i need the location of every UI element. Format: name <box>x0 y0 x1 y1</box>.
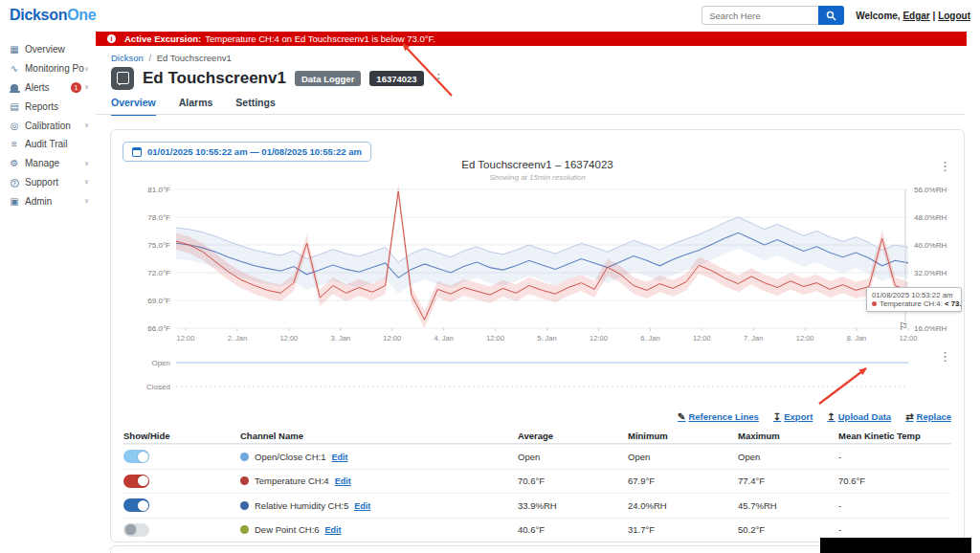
average-value: 70.6°F <box>518 476 628 486</box>
channel-color-dot <box>240 453 249 461</box>
chevron-down-icon <box>84 178 89 186</box>
logo-text-primary: Dickson <box>10 7 67 23</box>
tab-overview[interactable]: Overview <box>111 97 156 116</box>
y-axis-left-label: 72.0°F <box>147 269 170 277</box>
device-menu-button[interactable] <box>433 74 445 83</box>
action-label: Reference Lines <box>688 411 758 422</box>
table-row: Temperature CH:4Edit70.6°F67.9°F77.4°F70… <box>123 469 951 494</box>
breadcrumb-current: Ed Touchscreenv1 <box>157 53 232 63</box>
channels-table: Show/HideChannel NameAverageMinimumMaxim… <box>123 428 951 542</box>
action-label: Replace <box>917 411 951 422</box>
x-axis-label: 5. Jan <box>537 334 556 343</box>
channel-name: Relative Humidity CH:5 <box>255 500 348 511</box>
y-axis-left-label: 78.0°F <box>147 213 170 222</box>
column-header: Channel Name <box>240 431 518 441</box>
reference-lines-link[interactable]: ✎Reference Lines <box>678 411 759 422</box>
temperature-series-dot <box>872 301 877 306</box>
y-axis-right-label: 32.0%RH <box>914 269 947 277</box>
tooltip-series: Temperature CH:4: <box>880 299 943 308</box>
sidebar-item-label: Manage <box>25 158 84 168</box>
grid-icon: ▦ <box>8 44 21 55</box>
sidebar-item-label: Reports <box>25 101 89 112</box>
active-excursion-banner[interactable]: Active Excursion: Temperature CH:4 on Ed… <box>96 32 967 46</box>
chart-title: Ed Touchscreenv1 – 16374023 <box>111 159 964 170</box>
sidebar-item-support[interactable]: ?Support <box>0 173 96 192</box>
sidebar-item-label: Alerts <box>25 82 71 93</box>
replace-link[interactable]: ⇄Replace <box>905 411 951 422</box>
x-axis-label: 12:00 <box>796 334 814 343</box>
search-button[interactable] <box>818 6 844 25</box>
sidebar-item-alerts[interactable]: Alerts1 <box>0 78 96 98</box>
show-hide-toggle[interactable] <box>123 475 149 488</box>
breadcrumb-root-link[interactable]: Dickson <box>111 53 144 63</box>
question-icon: ? <box>8 177 21 188</box>
sidebar-item-audit-trail[interactable]: ≡Audit Trail <box>0 135 96 154</box>
closed-label: Closed <box>146 383 170 391</box>
sidebar-item-reports[interactable]: ▤Reports <box>0 97 96 116</box>
x-axis-label: 12:00 <box>177 334 195 343</box>
date-range-text: 01/01/2025 10:55:22 am — 01/08/2025 10:5… <box>147 146 362 157</box>
sidebar-item-label: Admin <box>25 196 84 207</box>
toggle-knob <box>138 452 148 462</box>
tab-alarms[interactable]: Alarms <box>179 97 213 116</box>
sidebar-item-admin[interactable]: ▣Admin <box>0 191 96 210</box>
column-header: Show/Hide <box>123 431 240 441</box>
excursion-flag-icon: ⚐ <box>899 321 908 332</box>
user-link[interactable]: Edgar <box>902 11 929 21</box>
openclose-menu-button[interactable] <box>939 352 951 362</box>
sidebar-item-label: Support <box>25 177 84 188</box>
search-icon <box>826 11 836 21</box>
sidebar-item-label: Overview <box>25 44 89 55</box>
table-row: Relative Humidity CH:5Edit33.9%RH24.0%RH… <box>123 493 951 518</box>
show-hide-toggle[interactable] <box>123 450 149 463</box>
report-icon: ▤ <box>8 101 21 112</box>
upload-data-link[interactable]: ↥Upload Data <box>827 411 891 422</box>
maximum-value: 77.4°F <box>738 476 838 486</box>
chevron-down-icon <box>84 160 89 167</box>
chevron-down-icon <box>84 65 89 73</box>
edit-channel-link[interactable]: Edit <box>325 525 342 535</box>
tooltip-time: 01/08/2025 10:53:22 am <box>872 291 956 299</box>
y-axis-right-label: 48.0%RH <box>914 213 947 222</box>
export-link[interactable]: ↧Export <box>773 411 813 422</box>
mean-kinetic-temp-value: 70.6°F <box>838 476 951 486</box>
x-axis-label: 12:00 <box>383 334 401 343</box>
edit-channel-link[interactable]: Edit <box>331 453 347 462</box>
edit-channel-link[interactable]: Edit <box>354 501 370 511</box>
y-axis-left-label: 81.0°F <box>147 186 170 194</box>
chart-tooltip: 01/08/2025 10:53:22 am Temperature CH:4:… <box>866 287 962 312</box>
x-axis-label: 7. Jan <box>744 334 763 343</box>
dicksonone-logo[interactable]: DicksonOne <box>10 7 96 24</box>
show-hide-toggle[interactable] <box>123 498 149 512</box>
chart-menu-button[interactable] <box>939 162 951 171</box>
info-icon <box>107 34 116 43</box>
maximum-value: 45.7%RH <box>738 500 838 511</box>
welcome-text: Welcome, <box>856 11 901 21</box>
tab-settings[interactable]: Settings <box>235 97 275 116</box>
y-axis-left-label: 75.0°F <box>147 241 170 250</box>
export-icon: ↧ <box>773 411 781 422</box>
edit-channel-link[interactable]: Edit <box>335 476 351 486</box>
tooltip-value: < 73.0°F <box>945 299 962 308</box>
chart[interactable]: 81.0°F56.0%RH78.0°F48.0%RH75.0°F40.0%RH7… <box>111 180 964 406</box>
channel-color-dot <box>240 476 249 485</box>
chevron-down-icon <box>84 197 89 205</box>
audit-trail-icon: ≡ <box>8 139 21 149</box>
top-header: DicksonOne Welcome, Edgar | Logout <box>0 0 980 31</box>
sidebar-item-monitoring-points[interactable]: ∿Monitoring Points <box>0 59 96 78</box>
logout-link[interactable]: Logout <box>938 11 970 21</box>
sidebar-item-calibration[interactable]: ◎Calibration <box>0 116 96 135</box>
mean-kinetic-temp-value: - <box>838 452 951 462</box>
x-axis-label: 2. Jan <box>228 334 247 343</box>
tabs-divider <box>96 114 965 115</box>
minimum-value: 31.7°F <box>628 524 738 535</box>
sidebar-item-manage[interactable]: ⚙Manage <box>0 154 96 173</box>
sidebar-item-overview[interactable]: ▦Overview <box>0 40 96 59</box>
channel-name: Dew Point CH:6 <box>255 524 320 535</box>
minimum-value: 67.9°F <box>628 476 738 486</box>
x-axis-label: 4. Jan <box>434 334 453 343</box>
table-header-row: Show/HideChannel NameAverageMinimumMaxim… <box>123 428 951 444</box>
show-hide-toggle[interactable] <box>123 523 149 537</box>
y-axis-right-label: 16.0%RH <box>914 324 947 333</box>
search-input[interactable] <box>702 6 818 25</box>
